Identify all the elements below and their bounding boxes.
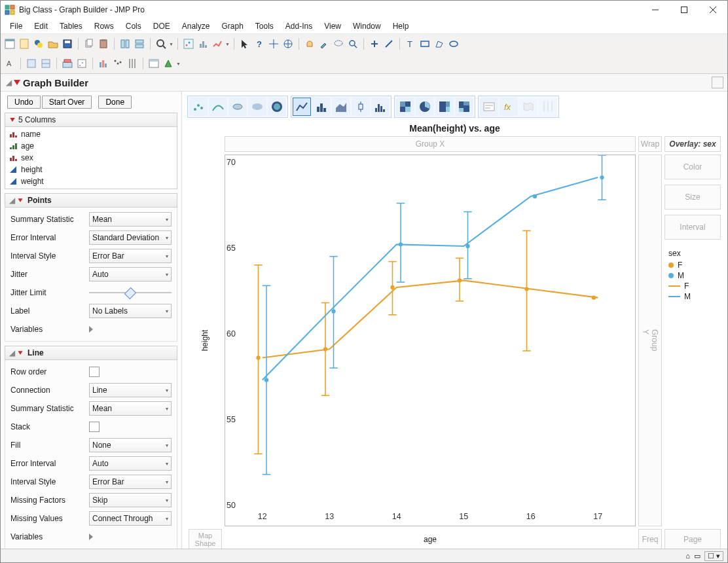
area-element-icon[interactable] bbox=[332, 98, 350, 116]
freq-zone[interactable]: Freq bbox=[638, 529, 662, 549]
overlay-zone[interactable]: Overlay: sex bbox=[664, 136, 721, 152]
variables-expand-icon[interactable] bbox=[89, 534, 93, 540]
color-zone[interactable]: Color bbox=[664, 154, 721, 179]
variables-expand-icon[interactable] bbox=[89, 326, 93, 333]
tb-icon-b[interactable] bbox=[39, 57, 52, 70]
line-tool-icon[interactable] bbox=[382, 37, 395, 50]
density-element-icon[interactable] bbox=[228, 98, 247, 116]
columns-header[interactable]: 5 Columns bbox=[5, 113, 177, 127]
column-item-weight[interactable]: weight bbox=[5, 175, 177, 187]
menu-edit[interactable]: Edit bbox=[29, 20, 53, 32]
status-layout-icon[interactable]: ☐ ▾ bbox=[704, 551, 723, 561]
tb-icon-a[interactable] bbox=[25, 57, 38, 70]
tb-icon-e[interactable] bbox=[97, 57, 110, 70]
minimize-button[interactable] bbox=[641, 1, 670, 19]
line-fill-select[interactable]: None▾ bbox=[89, 438, 172, 452]
interval-zone[interactable]: Interval bbox=[664, 215, 721, 240]
rect-icon[interactable] bbox=[418, 37, 431, 50]
map-element-icon[interactable] bbox=[519, 98, 537, 116]
close-button[interactable] bbox=[699, 1, 727, 19]
points-element-icon[interactable] bbox=[189, 98, 208, 116]
polygon-icon[interactable] bbox=[433, 37, 446, 50]
menu-help[interactable]: Help bbox=[388, 20, 414, 32]
menu-cols[interactable]: Cols bbox=[120, 20, 147, 32]
mosaic-element-icon[interactable] bbox=[455, 98, 473, 116]
column-item-sex[interactable]: sex bbox=[5, 152, 177, 164]
points-summary-select[interactable]: Mean▾ bbox=[89, 212, 172, 227]
size-zone[interactable]: Size bbox=[664, 185, 721, 209]
copy-icon[interactable] bbox=[82, 37, 96, 50]
open-icon[interactable] bbox=[46, 37, 60, 50]
line-mv-select[interactable]: Connect Through▾ bbox=[89, 511, 172, 526]
text-icon[interactable]: T bbox=[404, 37, 417, 50]
red-triangle-icon[interactable] bbox=[18, 351, 23, 355]
disclosure-icon[interactable]: ◢ bbox=[8, 349, 16, 357]
line-connection-select[interactable]: Line▾ bbox=[89, 383, 172, 397]
disclosure-icon[interactable]: ◢ bbox=[8, 196, 16, 204]
tb-icon-f[interactable] bbox=[111, 57, 124, 70]
arrow-tool-icon[interactable] bbox=[238, 37, 251, 50]
tb-icon-c[interactable] bbox=[61, 57, 74, 70]
search-icon[interactable] bbox=[155, 37, 168, 50]
points-label-select[interactable]: No Labels▾ bbox=[89, 304, 172, 318]
row-order-checkbox[interactable] bbox=[89, 367, 100, 377]
points-intstyle-select[interactable]: Error Bar▾ bbox=[89, 249, 172, 263]
columns-list[interactable]: nameagesexheightweight bbox=[5, 127, 177, 189]
done-button[interactable]: Done bbox=[98, 96, 132, 109]
paste-icon[interactable] bbox=[97, 37, 110, 50]
column-item-height[interactable]: height bbox=[5, 164, 177, 175]
legend-item[interactable]: M bbox=[668, 292, 717, 301]
red-triangle-icon[interactable] bbox=[14, 80, 20, 85]
formula-element-icon[interactable]: fx bbox=[500, 98, 518, 116]
new-table-icon[interactable] bbox=[3, 37, 16, 50]
legend-item[interactable]: F bbox=[668, 282, 717, 291]
plot-area[interactable]: 5055606570121314151617 bbox=[225, 154, 636, 526]
line-element-icon[interactable] bbox=[293, 98, 311, 116]
points-error-select[interactable]: Standard Deviation▾ bbox=[89, 230, 172, 245]
grabber-icon[interactable] bbox=[303, 37, 316, 50]
tb-icon-g[interactable] bbox=[126, 57, 139, 70]
red-triangle-icon[interactable] bbox=[10, 118, 15, 122]
smoother-element-icon[interactable] bbox=[209, 98, 227, 116]
tb-icon-i[interactable] bbox=[162, 57, 175, 70]
line-header[interactable]: ◢ Line bbox=[5, 346, 177, 360]
status-home-icon[interactable]: ⌂ bbox=[685, 552, 690, 560]
tb-icon-h[interactable] bbox=[147, 57, 160, 70]
line-mf-select[interactable]: Skip▾ bbox=[89, 493, 172, 507]
menu-view[interactable]: View bbox=[319, 20, 346, 32]
legend-item[interactable]: F bbox=[668, 261, 717, 270]
jitter-slider[interactable] bbox=[89, 287, 172, 298]
menu-doe[interactable]: DOE bbox=[148, 20, 175, 32]
legend-item[interactable]: M bbox=[668, 271, 717, 280]
page-zone[interactable]: Page bbox=[664, 529, 721, 549]
maximize-panel-icon[interactable] bbox=[712, 77, 723, 88]
histogram-element-icon[interactable] bbox=[371, 98, 390, 116]
scroller-icon[interactable] bbox=[282, 37, 295, 50]
menu-graph[interactable]: Graph bbox=[216, 20, 248, 32]
undo-button[interactable]: Undo bbox=[7, 96, 41, 109]
line-summary-select[interactable]: Mean▾ bbox=[89, 401, 172, 416]
column-item-age[interactable]: age bbox=[5, 140, 177, 152]
menu-tables[interactable]: Tables bbox=[54, 20, 88, 32]
text-annotate-icon[interactable]: A bbox=[3, 57, 16, 70]
column-info-icon[interactable] bbox=[118, 37, 132, 50]
menu-rows[interactable]: Rows bbox=[89, 20, 119, 32]
magnifier-icon[interactable] bbox=[346, 37, 359, 50]
save-icon[interactable] bbox=[61, 37, 74, 50]
treemap-element-icon[interactable] bbox=[435, 98, 454, 116]
graph-builder-icon[interactable] bbox=[182, 37, 195, 50]
pie-element-icon[interactable] bbox=[416, 98, 434, 116]
caption-element-icon[interactable] bbox=[480, 98, 498, 116]
python-icon[interactable] bbox=[32, 37, 45, 50]
start-over-button[interactable]: Start Over bbox=[42, 96, 92, 109]
line-intstyle-select[interactable]: Error Bar▾ bbox=[89, 475, 172, 489]
menu-addins[interactable]: Add-Ins bbox=[280, 20, 318, 32]
red-triangle-icon[interactable] bbox=[18, 198, 23, 202]
contour-element-icon[interactable] bbox=[268, 98, 286, 116]
menu-file[interactable]: File bbox=[5, 20, 27, 32]
new-script-icon[interactable] bbox=[18, 37, 31, 50]
disclosure-icon[interactable]: ◢ bbox=[5, 79, 12, 86]
status-window-icon[interactable]: ▭ bbox=[694, 552, 701, 560]
bar-element-icon[interactable] bbox=[312, 98, 331, 116]
help-tool-icon[interactable]: ? bbox=[253, 37, 266, 50]
